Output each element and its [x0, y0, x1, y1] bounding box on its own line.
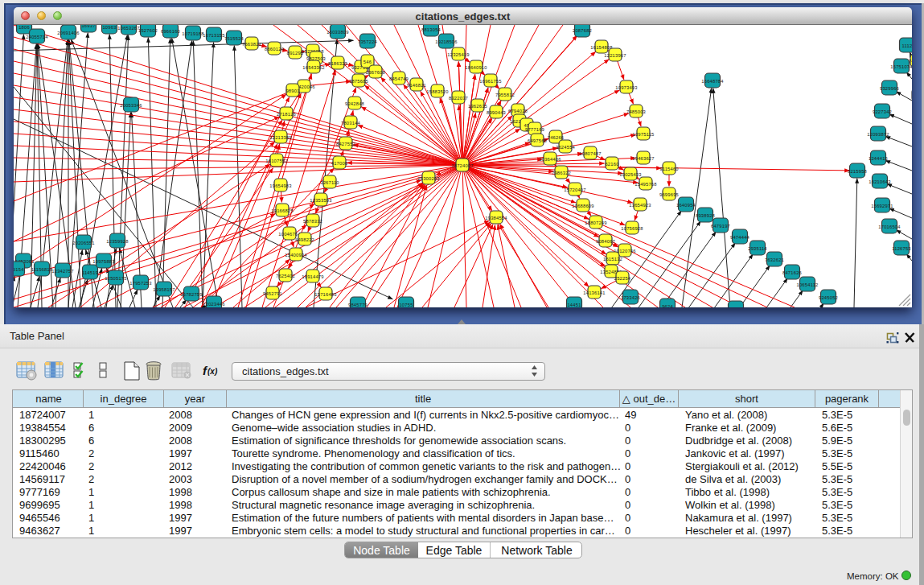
svg-text:98901: 98901	[285, 89, 299, 93]
svg-text:9329966: 9329966	[880, 86, 899, 91]
svg-text:16107552: 16107552	[265, 159, 287, 163]
svg-text:891295: 891295	[287, 51, 304, 56]
svg-text:14451: 14451	[567, 303, 581, 307]
svg-text:8471626: 8471626	[782, 270, 802, 275]
svg-text:8454749: 8454749	[389, 76, 409, 81]
svg-text:19654983: 19654983	[269, 183, 291, 188]
svg-text:13654923: 13654923	[629, 203, 651, 208]
svg-text:7663822: 7663822	[242, 42, 261, 47]
svg-text:7485003: 7485003	[626, 109, 646, 114]
svg-text:39154: 39154	[14, 267, 24, 272]
svg-text:12213967: 12213967	[604, 53, 626, 58]
svg-text:1615132: 1615132	[603, 257, 622, 262]
svg-text:12325419: 12325419	[447, 52, 469, 57]
svg-text:7357224: 7357224	[358, 39, 378, 44]
svg-text:19463627: 19463627	[632, 156, 654, 161]
svg-text:12359928: 12359928	[106, 239, 128, 244]
svg-text:10973493: 10973493	[615, 85, 637, 90]
svg-text:9699695: 9699695	[659, 192, 679, 197]
svg-text:12093872: 12093872	[867, 132, 889, 137]
svg-text:12023446: 12023446	[203, 302, 224, 307]
svg-text:20364436: 20364436	[539, 157, 561, 162]
svg-text:20053346: 20053346	[120, 103, 142, 108]
svg-text:16543362: 16543362	[302, 65, 324, 70]
svg-text:9227342: 9227342	[873, 109, 892, 114]
svg-text:20691406: 20691406	[57, 31, 79, 35]
svg-text:8186323: 8186323	[328, 61, 347, 66]
svg-text:746266: 746266	[548, 135, 565, 140]
svg-text:2087682: 2087682	[573, 28, 592, 33]
svg-text:8322037: 8322037	[449, 96, 468, 101]
svg-text:18724007: 18724007	[451, 163, 473, 168]
svg-text:16782759: 16782759	[180, 292, 202, 297]
svg-text:10046764: 10046764	[278, 232, 301, 237]
svg-text:8660124: 8660124	[265, 47, 285, 51]
svg-text:16210643: 16210643	[869, 179, 890, 184]
svg-text:13958157: 13958157	[153, 287, 175, 292]
svg-text:19218506: 19218506	[435, 39, 457, 44]
svg-text:(x): (x)	[207, 367, 218, 376]
svg-text:1362615: 1362615	[468, 104, 487, 109]
svg-text:15716485: 15716485	[314, 292, 336, 297]
svg-text:8427552: 8427552	[336, 142, 355, 146]
svg-text:15400934: 15400934	[285, 253, 307, 257]
svg-text:9845779: 9845779	[348, 303, 368, 307]
svg-text:5878332: 5878332	[303, 219, 322, 224]
svg-text:18807249: 18807249	[585, 220, 606, 225]
svg-text:10653267: 10653267	[117, 26, 139, 31]
svg-text:10963: 10963	[102, 25, 116, 30]
svg-text:16033809: 16033809	[326, 30, 348, 35]
svg-text:19384554: 19384554	[485, 216, 507, 220]
svg-text:9242848: 9242848	[345, 101, 364, 106]
svg-text:12505175: 12505175	[105, 276, 126, 281]
svg-text:3875685: 3875685	[349, 79, 368, 84]
svg-text:8990443: 8990443	[487, 110, 506, 115]
svg-text:7803144: 7803144	[341, 121, 361, 126]
svg-text:9452791: 9452791	[263, 291, 282, 296]
svg-text:9245052: 9245052	[819, 295, 838, 300]
svg-text:1733426: 1733426	[621, 295, 640, 300]
svg-text:4498222: 4498222	[295, 237, 314, 242]
svg-text:8813054: 8813054	[421, 27, 441, 32]
svg-text:9624: 9624	[662, 304, 673, 308]
svg-text:6497568: 6497568	[528, 138, 547, 143]
svg-text:1112: 1112	[902, 43, 912, 48]
svg-text:1806: 1806	[18, 25, 30, 30]
svg-text:9777169: 9777169	[525, 127, 544, 132]
svg-text:11156819: 11156819	[31, 267, 53, 272]
svg-text:7515524: 7515524	[224, 36, 244, 41]
svg-text:3624554: 3624554	[556, 145, 576, 150]
svg-text:16961755: 16961755	[479, 79, 501, 84]
svg-text:16154808: 16154808	[590, 45, 612, 50]
svg-text:748500: 748500	[909, 59, 912, 64]
svg-text:2935114: 2935114	[748, 246, 767, 251]
svg-text:25300203: 25300203	[417, 176, 439, 181]
svg-text:15495768: 15495768	[634, 182, 656, 187]
svg-text:10688609: 10688609	[572, 204, 593, 208]
svg-text:10654112: 10654112	[797, 282, 819, 287]
svg-text:10756928: 10756928	[621, 226, 643, 231]
svg-text:9146821: 9146821	[407, 83, 426, 88]
svg-text:9084067: 9084067	[596, 239, 615, 244]
svg-text:18640910: 18640910	[465, 65, 487, 70]
svg-text:2718126: 2718126	[277, 112, 296, 117]
svg-text:16937: 16937	[81, 25, 95, 28]
svg-text:16914479: 16914479	[302, 274, 323, 279]
svg-text:15751074: 15751074	[890, 64, 912, 69]
svg-text:16648784: 16648784	[701, 79, 724, 84]
svg-text:2367608: 2367608	[366, 70, 385, 75]
svg-text:15692971: 15692971	[871, 204, 893, 208]
svg-text:24055714: 24055714	[26, 35, 48, 39]
svg-text:7632621: 7632621	[765, 257, 784, 262]
svg-text:9474444: 9474444	[730, 235, 750, 240]
svg-text:17016504: 17016504	[878, 225, 901, 229]
svg-text:10025433: 10025433	[619, 172, 641, 177]
svg-text:114519: 114519	[82, 270, 98, 275]
svg-text:8938928: 8938928	[696, 213, 715, 218]
svg-text:10755: 10755	[399, 303, 413, 307]
svg-text:8024: 8024	[730, 307, 741, 308]
svg-text:1126753: 1126753	[892, 246, 911, 251]
svg-text:9115460: 9115460	[659, 167, 679, 171]
svg-text:62160: 62160	[605, 162, 618, 167]
svg-text:6966160: 6966160	[161, 29, 180, 34]
